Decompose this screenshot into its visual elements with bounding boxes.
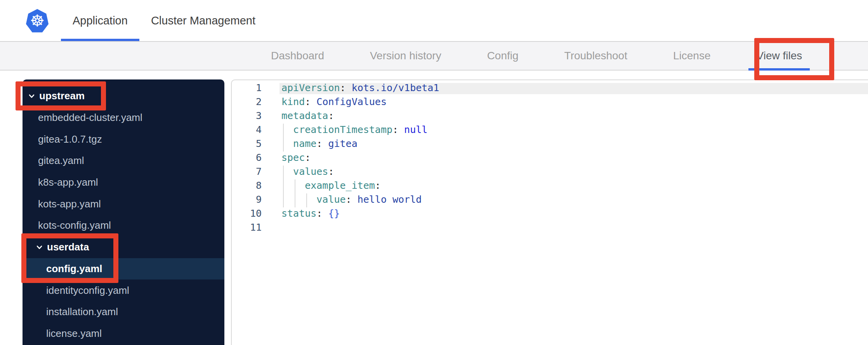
code-line-6[interactable]: 6spec: [232,151,868,165]
line-content: values: [269,165,334,179]
line-number: 6 [232,151,269,165]
file-label: license.yaml [46,328,102,340]
tree-item-k8s-app-yaml[interactable]: k8s-app.yaml [23,172,224,193]
line-content: name: gitea [269,137,358,151]
line-number: 10 [232,207,269,221]
subnav-item-version-history[interactable]: Version history [370,42,441,70]
header-tab-cluster-management[interactable]: Cluster Management [139,0,267,41]
code-line-10[interactable]: 10status: {} [232,207,868,221]
tree-item-kots-app-yaml[interactable]: kots-app.yaml [23,193,224,215]
line-number: 8 [232,179,269,193]
tree-item-installation-yaml[interactable]: installation.yaml [23,301,224,323]
file-label: kots-app.yaml [38,198,101,210]
line-content: status: {} [269,207,340,221]
subnav-item-troubleshoot[interactable]: Troubleshoot [564,42,627,70]
code-line-2[interactable]: 2kind: ConfigValues [232,95,868,109]
active-tab-underline [61,39,139,41]
line-number: 11 [232,221,269,235]
file-viewer[interactable]: 1apiVersion: kots.io/v1beta12kind: Confi… [231,79,868,345]
file-label: embedded-cluster.yaml [38,112,142,124]
subnav-item-label: Config [487,50,519,62]
tree-item-gitea-1-0-7-tgz[interactable]: gitea-1.0.7.tgz [23,128,224,150]
annotation-box-userdata-config [21,233,118,283]
line-content: creationTimestamp: null [269,123,427,137]
file-label: gitea-1.0.7.tgz [38,133,102,145]
header-tab-label: Cluster Management [151,14,255,27]
code-line-7[interactable]: 7 values: [232,165,868,179]
line-content [269,221,281,235]
tree-item-gitea-yaml[interactable]: gitea.yaml [23,150,224,172]
subnav-item-dashboard[interactable]: Dashboard [271,42,324,70]
line-number: 9 [232,193,269,207]
file-label: gitea.yaml [38,155,84,167]
line-number: 4 [232,123,269,137]
line-number: 1 [232,81,269,95]
annotation-box-upstream [16,81,106,110]
tree-item-license-yaml[interactable]: license.yaml [23,323,224,345]
file-label: identityconfig.yaml [46,285,129,297]
line-number: 5 [232,137,269,151]
code-area[interactable]: 1apiVersion: kots.io/v1beta12kind: Confi… [232,80,868,235]
app-header: ☸ ApplicationCluster Management [0,0,868,42]
file-label: kots-config.yaml [38,219,111,231]
line-content: kind: ConfigValues [269,95,387,109]
line-content: spec: [269,151,311,165]
file-label: k8s-app.yaml [38,176,98,188]
line-content: value: hello world [269,193,422,207]
subnav-item-label: Troubleshoot [564,50,627,62]
code-line-8[interactable]: 8 example_item: [232,179,868,193]
app-subnav: DashboardVersion historyConfigTroublesho… [0,42,868,71]
code-line-9[interactable]: 9 value: hello world [232,193,868,207]
kubernetes-heptagon: ☸ [25,9,49,34]
kubernetes-logo: ☸ [25,9,49,34]
code-line-1[interactable]: 1apiVersion: kots.io/v1beta1 [232,81,868,95]
annotation-box-view-files [754,38,834,80]
subnav-item-license[interactable]: License [673,42,711,70]
code-line-11[interactable]: 11 [232,221,868,235]
header-tab-label: Application [73,14,128,27]
subnav-item-label: Version history [370,50,441,62]
subnav-item-label: License [673,50,711,62]
line-number: 3 [232,109,269,123]
file-tree-sidebar: upstreamembedded-cluster.yamlgitea-1.0.7… [23,79,224,345]
header-tab-application[interactable]: Application [61,0,139,41]
subnav-item-label: Dashboard [271,50,324,62]
code-line-3[interactable]: 3metadata: [232,109,868,123]
file-label: installation.yaml [46,306,118,318]
line-number: 7 [232,165,269,179]
line-content: apiVersion: kots.io/v1beta1 [269,81,439,95]
subnav-item-config[interactable]: Config [487,42,519,70]
code-line-4[interactable]: 4 creationTimestamp: null [232,123,868,137]
code-line-5[interactable]: 5 name: gitea [232,137,868,151]
header-tab-bar: ApplicationCluster Management [61,0,267,41]
helm-wheel-icon: ☸ [30,13,45,29]
line-number: 2 [232,95,269,109]
line-content: example_item: [269,179,381,193]
line-content: metadata: [269,109,334,123]
